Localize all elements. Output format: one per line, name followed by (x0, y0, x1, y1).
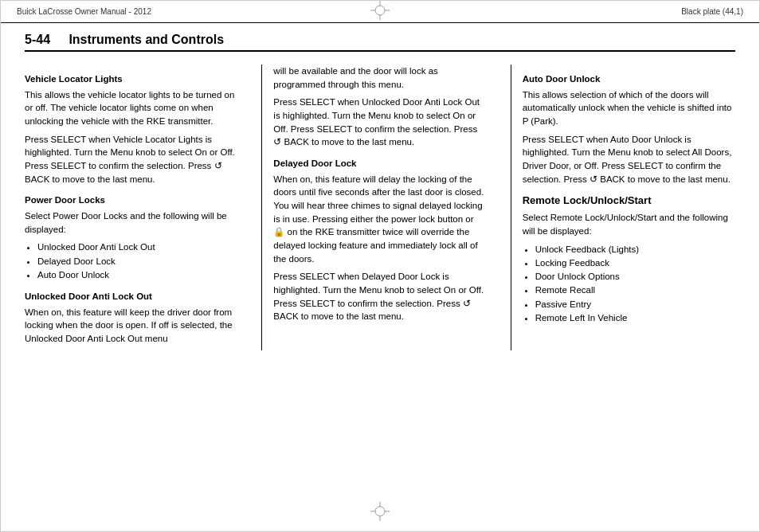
para-unlocked-door-cont: will be available and the door will lock… (273, 65, 486, 91)
list-item-unlock-feedback: Unlock Feedback (Lights) (535, 243, 735, 256)
heading-unlocked-door: Unlocked Door Anti Lock Out (25, 290, 237, 303)
heading-power-door-locks: Power Door Locks (25, 194, 237, 207)
para-delayed-door-2: Press SELECT when Delayed Door Lock is h… (273, 270, 486, 323)
divider-2 (511, 65, 511, 350)
list-power-door-locks: Unlocked Door Anti Lock Out Delayed Door… (37, 241, 237, 282)
page-container: Buick LaCrosse Owner Manual - 2012 Black… (0, 0, 760, 532)
svg-point-0 (375, 6, 385, 15)
page-footer (370, 502, 390, 523)
list-remote-lock: Unlock Feedback (Lights) Locking Feedbac… (535, 243, 735, 326)
heading-vehicle-locator: Vehicle Locator Lights (25, 72, 237, 86)
header-left: Buick LaCrosse Owner Manual - 2012 (17, 7, 151, 16)
para-delayed-door-1: When on, this feature will delay the loc… (273, 173, 486, 266)
list-item-unlocked-door: Unlocked Door Anti Lock Out (37, 241, 237, 254)
para-vehicle-locator-2: Press SELECT when Vehicle Locator Lights… (25, 133, 237, 186)
header-right: Black plate (44,1) (681, 7, 743, 16)
svg-point-5 (375, 507, 385, 516)
list-item-locking-feedback: Locking Feedback (535, 256, 735, 270)
para-auto-door-1: This allows selection of which of the do… (523, 88, 735, 128)
column-2: will be available and the door will lock… (273, 65, 499, 350)
list-item-remote-recall: Remote Recall (535, 284, 735, 297)
column-3: Auto Door Unlock This allows selection o… (523, 65, 735, 350)
heading-delayed-door-lock: Delayed Door Lock (273, 157, 486, 170)
para-power-door-locks-1: Select Power Door Locks and the followin… (25, 209, 237, 236)
page-header: Buick LaCrosse Owner Manual - 2012 Black… (1, 1, 759, 23)
list-item-door-unlock-options: Door Unlock Options (535, 270, 735, 284)
content-area: Vehicle Locator Lights This allows the v… (1, 65, 759, 350)
para-unlocked-door-1: When on, this feature will keep the driv… (25, 306, 237, 346)
section-title: Instruments and Controls (69, 33, 224, 46)
heading-remote-lock: Remote Lock/Unlock/Start (523, 194, 735, 209)
para-unlocked-door-2: Press SELECT when Unlocked Door Anti Loc… (273, 96, 486, 149)
para-auto-door-2: Press SELECT when Auto Door Unlock is hi… (523, 133, 735, 186)
column-1: Vehicle Locator Lights This allows the v… (25, 65, 250, 350)
section-number: 5-44 (25, 33, 50, 46)
list-item-delayed-door: Delayed Door Lock (37, 255, 237, 268)
divider-1 (261, 65, 262, 350)
para-remote-lock-1: Select Remote Lock/Unlock/Start and the … (523, 211, 735, 237)
section-title-bar: 5-44 Instruments and Controls (25, 33, 735, 52)
list-item-auto-door: Auto Door Unlock (37, 268, 237, 282)
header-crosshair (370, 1, 390, 22)
heading-auto-door-unlock: Auto Door Unlock (523, 72, 735, 86)
list-item-remote-left: Remote Left In Vehicle (535, 311, 735, 325)
list-item-passive-entry: Passive Entry (535, 298, 735, 311)
para-vehicle-locator-1: This allows the vehicle locator lights t… (25, 88, 237, 128)
